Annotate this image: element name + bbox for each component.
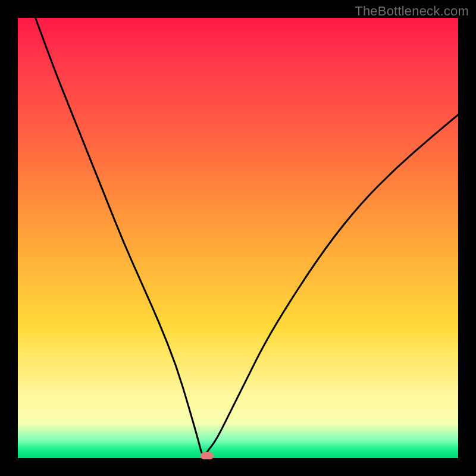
chart-frame: TheBottleneck.com	[0, 0, 476, 476]
bottleneck-curve	[18, 18, 458, 458]
watermark-text: TheBottleneck.com	[355, 4, 469, 19]
plot-area	[18, 18, 458, 458]
minimum-marker	[201, 452, 214, 459]
